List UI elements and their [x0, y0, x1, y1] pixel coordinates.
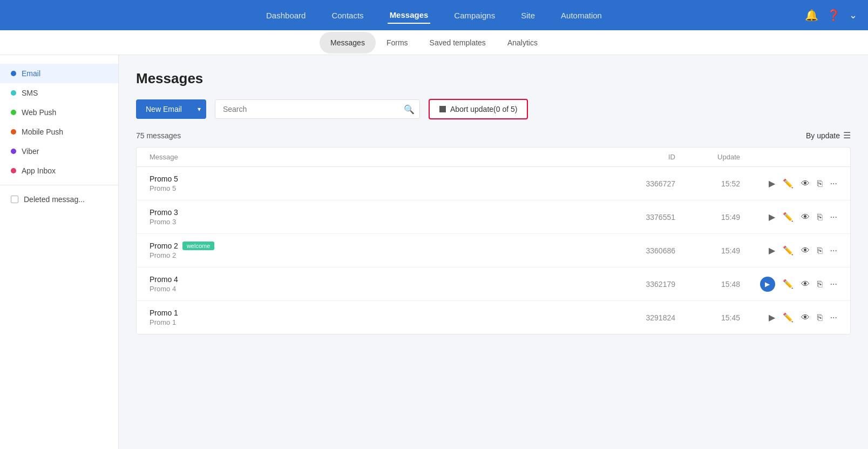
- sidebar: Email SMS Web Push Mobile Push Viber App…: [0, 55, 119, 449]
- message-name-col: Promo 3 Promo 3: [150, 208, 621, 226]
- more-icon[interactable]: ···: [830, 179, 837, 189]
- viber-dot: [11, 149, 16, 154]
- abort-button[interactable]: Abort update(0 of 5): [429, 99, 528, 119]
- new-email-button[interactable]: New Email ▾: [136, 99, 206, 119]
- table-row: Promo 1 Promo 1 3291824 15:45 ▶ ✏️ 👁 ⎘ ·…: [137, 301, 850, 334]
- more-icon[interactable]: ···: [830, 246, 837, 256]
- preview-icon[interactable]: 👁: [801, 313, 810, 323]
- sidebar-label-mobile-push: Mobile Push: [22, 128, 63, 136]
- top-nav: Dashboard Contacts Messages Campaigns Si…: [0, 0, 868, 30]
- message-id: 3362179: [621, 280, 686, 289]
- sidebar-item-viber[interactable]: Viber: [0, 142, 118, 161]
- sidebar-item-app-inbox[interactable]: App Inbox: [0, 161, 118, 180]
- message-name-sub: Promo 4: [150, 285, 621, 293]
- sort-label: By update: [806, 131, 840, 140]
- message-id: 3291824: [621, 313, 686, 322]
- row-actions: ▶ ✏️ 👁 ⎘ ···: [751, 178, 837, 189]
- search-input[interactable]: [215, 99, 420, 119]
- preview-icon[interactable]: 👁: [801, 246, 810, 256]
- message-update: 15:52: [686, 179, 751, 188]
- search-box: 🔍: [215, 99, 420, 119]
- preview-icon[interactable]: 👁: [801, 279, 810, 289]
- messages-count: 75 messages: [136, 131, 181, 140]
- table-row: Promo 4 Promo 4 3362179 15:48 ▶ ✏️ 👁 ⎘ ·…: [137, 267, 850, 301]
- sidebar-label-sms: SMS: [22, 89, 38, 97]
- message-id: 3360686: [621, 246, 686, 255]
- search-icon: 🔍: [404, 104, 415, 115]
- new-email-dropdown-icon[interactable]: ▾: [192, 100, 206, 118]
- page-title: Messages: [136, 70, 851, 87]
- table-row: Promo 3 Promo 3 3376551 15:49 ▶ ✏️ 👁 ⎘ ·…: [137, 200, 850, 234]
- edit-icon[interactable]: ✏️: [783, 212, 794, 222]
- message-update: 15:45: [686, 313, 751, 322]
- more-icon[interactable]: ···: [830, 313, 837, 323]
- sidebar-item-email[interactable]: Email: [0, 64, 118, 83]
- play-running-icon[interactable]: ▶: [760, 277, 775, 292]
- main-layout: Email SMS Web Push Mobile Push Viber App…: [0, 55, 868, 449]
- sort-control[interactable]: By update ☰: [806, 130, 851, 140]
- toolbar: New Email ▾ 🔍 Abort update(0 of 5): [136, 99, 851, 119]
- profile-dropdown[interactable]: ⌄: [849, 9, 857, 21]
- message-name-sub: Promo 3: [150, 218, 621, 226]
- col-id: ID: [621, 153, 686, 161]
- sidebar-item-deleted[interactable]: Deleted messag...: [0, 190, 118, 209]
- table-row: Promo 5 Promo 5 3366727 15:52 ▶ ✏️ 👁 ⎘ ·…: [137, 167, 850, 200]
- edit-icon[interactable]: ✏️: [783, 178, 794, 189]
- preview-icon[interactable]: 👁: [801, 212, 810, 222]
- play-icon[interactable]: ▶: [769, 245, 775, 256]
- sidebar-label-email: Email: [22, 69, 40, 78]
- subnav-forms[interactable]: Forms: [376, 32, 419, 53]
- play-icon[interactable]: ▶: [769, 312, 775, 323]
- copy-icon[interactable]: ⎘: [817, 212, 823, 222]
- sidebar-item-sms[interactable]: SMS: [0, 83, 118, 103]
- sidebar-item-web-push[interactable]: Web Push: [0, 103, 118, 122]
- copy-icon[interactable]: ⎘: [817, 246, 823, 256]
- nav-dashboard[interactable]: Dashboard: [264, 8, 308, 23]
- sort-icon: ☰: [843, 130, 851, 140]
- sidebar-divider: [0, 185, 118, 185]
- notification-icon[interactable]: 🔔: [805, 9, 818, 22]
- subnav-saved-templates[interactable]: Saved templates: [419, 32, 497, 53]
- more-icon[interactable]: ···: [830, 279, 837, 289]
- mobile-push-dot: [11, 129, 16, 135]
- subnav-analytics[interactable]: Analytics: [497, 32, 548, 53]
- col-update: Update: [686, 153, 751, 161]
- message-name-sub: Promo 5: [150, 184, 621, 192]
- nav-messages[interactable]: Messages: [388, 7, 431, 24]
- subnav-messages[interactable]: Messages: [320, 32, 376, 53]
- preview-icon[interactable]: 👁: [801, 179, 810, 189]
- edit-icon[interactable]: ✏️: [783, 245, 794, 256]
- deleted-checkbox[interactable]: [11, 196, 18, 203]
- message-name-col: Promo 5 Promo 5: [150, 175, 621, 192]
- edit-icon[interactable]: ✏️: [783, 312, 794, 323]
- message-name-main: Promo 4: [150, 275, 621, 284]
- web-push-dot: [11, 110, 16, 115]
- play-icon[interactable]: ▶: [769, 178, 775, 189]
- copy-icon[interactable]: ⎘: [817, 179, 823, 189]
- message-name-sub: Promo 1: [150, 318, 621, 326]
- message-name-main: Promo 3: [150, 208, 621, 217]
- sidebar-item-mobile-push[interactable]: Mobile Push: [0, 122, 118, 142]
- row-actions: ▶ ✏️ 👁 ⎘ ···: [751, 212, 837, 222]
- sidebar-label-viber: Viber: [22, 147, 39, 156]
- messages-meta: 75 messages By update ☰: [136, 130, 851, 140]
- help-icon[interactable]: ❓: [827, 9, 840, 22]
- message-update: 15:49: [686, 213, 751, 222]
- play-icon[interactable]: ▶: [769, 212, 775, 222]
- sidebar-label-app-inbox: App Inbox: [22, 166, 56, 175]
- nav-contacts[interactable]: Contacts: [329, 8, 365, 23]
- new-email-label: New Email: [136, 99, 192, 119]
- sidebar-label-deleted: Deleted messag...: [24, 195, 85, 204]
- message-name-main: Promo 2 welcome: [150, 242, 621, 250]
- edit-icon[interactable]: ✏️: [783, 279, 794, 289]
- more-icon[interactable]: ···: [830, 212, 837, 222]
- message-name-col: Promo 4 Promo 4: [150, 275, 621, 293]
- message-name-sub: Promo 2: [150, 251, 621, 259]
- copy-icon[interactable]: ⎘: [817, 313, 823, 323]
- copy-icon[interactable]: ⎘: [817, 279, 823, 289]
- nav-campaigns[interactable]: Campaigns: [452, 8, 497, 23]
- app-inbox-dot: [11, 168, 16, 173]
- nav-site[interactable]: Site: [519, 8, 537, 23]
- nav-automation[interactable]: Automation: [559, 8, 604, 23]
- sub-nav: Messages Forms Saved templates Analytics: [0, 30, 868, 55]
